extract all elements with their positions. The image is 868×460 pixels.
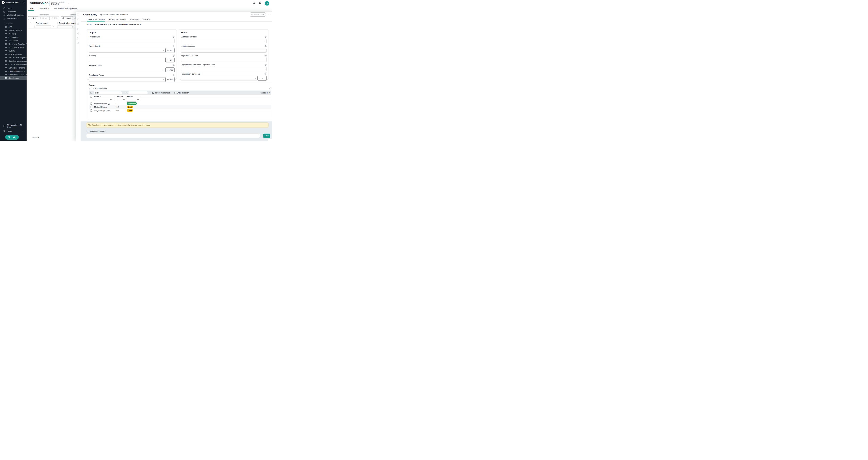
table-row[interactable]: Surgical Equipment 0.2 Draft [89,109,271,112]
authority-add-button[interactable]: Add [165,58,175,62]
sidebar-item-document-template-manager[interactable]: Document Template M... [0,42,27,46]
add-button[interactable]: Add [28,16,38,20]
funnel-icon[interactable] [53,26,55,28]
organization-switcher[interactable]: RA Laboratory - DL dytab [0,124,27,128]
registration-number-input[interactable] [181,58,267,62]
help-button[interactable]: Help [5,135,19,140]
import-button[interactable]: Import [61,16,72,20]
row-checkbox[interactable] [90,106,92,108]
column-header-project-name[interactable]: Project Name [34,22,58,24]
sidebar-item-gspr-manager[interactable]: GSPR Manager [0,53,27,56]
column-header-name[interactable]: Name [94,96,115,98]
comments-icon[interactable] [77,18,80,21]
representative-select[interactable] [89,68,166,72]
sidebar-item-documents[interactable]: Documents [0,39,27,42]
project-name-filter-input[interactable] [36,26,51,28]
sidebar-item-etd[interactable]: eTD [0,25,27,29]
route-icon[interactable] [77,42,80,44]
tab-general-information[interactable]: General Information [87,18,105,21]
window-icon[interactable] [77,13,80,16]
tab-inspections-management[interactable]: Inspections Management [54,7,78,11]
info-icon[interactable] [265,45,267,47]
sidebar-item-capa-management[interactable]: CAPA Management [0,70,27,73]
regulatory-focus-select[interactable] [89,77,166,82]
info-icon[interactable] [173,55,175,57]
user-avatar[interactable]: DL [265,1,269,5]
sidebar-item-product-groups[interactable]: Product Groups [0,29,27,32]
sidebar-item-administration[interactable]: Administration [0,17,27,20]
tab-dashboard[interactable]: Dashboard [38,7,49,11]
app-name[interactable]: meddevo eTD [6,2,19,4]
select-all-checkbox[interactable] [30,22,32,24]
comment-input[interactable] [86,133,260,138]
search-input[interactable] [254,13,265,15]
regulatory-focus-add-button[interactable]: Add [165,77,175,82]
registration-number-filter-input[interactable] [57,26,72,28]
favorite-star-icon[interactable] [42,2,45,4]
sidebar-close-icon[interactable] [23,1,25,4]
regulatory-framework-select[interactable]: Regulatory Framework EU-MDR [49,1,74,6]
registration-certificate-select[interactable] [181,76,258,80]
target-country-select[interactable] [89,48,166,53]
info-icon[interactable] [173,36,175,38]
info-icon[interactable] [269,87,271,89]
sidebar-item-standard-management[interactable]: Standard Management [0,59,27,63]
table-row[interactable]: Medical Gloves 0.3 Draft [89,105,271,109]
sidebar-item-home[interactable]: Home [0,6,27,10]
clear-icon[interactable] [68,2,69,4]
folder-tree-icon[interactable] [77,28,80,30]
sidebar-item-udi-dis[interactable]: UDI-DIs [0,49,27,53]
expiration-date-input[interactable] [181,67,267,71]
notifications-icon[interactable] [259,2,261,5]
spy-icon[interactable] [77,23,80,25]
authority-select[interactable] [89,58,166,62]
sidebar-item-clinical-evaluation[interactable]: Clinical Evaluation Man... [0,73,27,76]
version-filter-input[interactable] [117,99,122,101]
info-icon[interactable] [265,55,267,57]
sidebar-item-document-folders[interactable]: Document Folders [0,46,27,49]
status-filter-input[interactable] [127,99,136,101]
info-icon[interactable] [173,74,175,76]
representative-add-button[interactable]: Add [165,67,175,72]
sidebar-item-risk-management[interactable]: RM - Risk Management [0,56,27,59]
expand-icon[interactable] [90,92,92,94]
info-icon[interactable] [265,73,267,75]
funnel-icon[interactable] [110,99,112,101]
include-referenced-toggle[interactable]: Include referenced [152,92,170,94]
sidebar-item-change-management[interactable]: Change Management [0,63,27,66]
tab-project-information[interactable]: Project Information [109,18,126,21]
branch-icon[interactable] [77,37,80,40]
column-header-version[interactable]: Version [115,96,126,98]
info-icon[interactable] [173,64,175,66]
table-row[interactable]: Infusion technology 2.0 Approved [89,102,271,105]
quick-actions-icon[interactable] [253,2,256,5]
info-icon[interactable] [265,36,267,38]
row-checkbox[interactable] [90,102,92,105]
sidebar-item-submissions[interactable]: Submissions [0,76,27,80]
theme-switcher[interactable]: Theme [0,129,27,133]
form-field-search[interactable] [250,12,266,17]
name-filter-input[interactable] [94,99,108,101]
tab-table[interactable]: Table [28,7,34,11]
view-selector[interactable]: View: Project Information [100,13,128,16]
collection-select[interactable]: eTD [94,91,122,94]
funnel-icon[interactable] [123,99,125,101]
sidebar-item-products[interactable]: Products [0,32,27,36]
delete-button[interactable]: Delete [38,16,50,20]
submission-status-select[interactable] [181,39,267,43]
sidebar-item-collections[interactable]: Collections [0,10,27,13]
submission-date-input[interactable] [181,48,267,53]
funnel-icon[interactable] [137,99,139,101]
target-country-add-button[interactable]: Add [165,48,175,53]
info-icon[interactable] [265,64,267,66]
column-header-registration-number[interactable]: Registration Number [58,22,78,24]
save-button[interactable]: Save [263,134,270,138]
registration-certificate-add-button[interactable]: Add [257,76,267,81]
history-icon[interactable] [77,32,80,35]
show-selection-toggle[interactable]: Show selection [174,92,189,94]
sidebar-item-components[interactable]: Components [0,36,27,39]
project-name-input[interactable] [89,39,175,43]
select-all-checkbox[interactable] [90,96,92,98]
tab-submission-documents[interactable]: Submission Documents [130,18,151,21]
drawer-close-icon[interactable] [268,13,270,16]
